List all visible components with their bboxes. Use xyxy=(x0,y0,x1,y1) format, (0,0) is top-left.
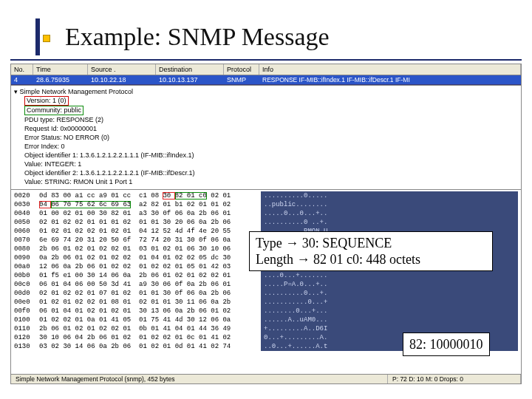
col-header-dest[interactable]: Destination xyxy=(156,64,224,75)
field-community: Community: public xyxy=(24,106,83,115)
hex-row[interactable]: 004001 00 02 01 00 30 82 01 a3 30 0f 06 … xyxy=(14,209,518,218)
arrow-icon: → xyxy=(297,252,310,267)
title-underline xyxy=(10,59,522,61)
hex-row[interactable]: 00d002 01 02 02 01 07 01 02 01 01 30 0f … xyxy=(14,289,518,298)
hex-bytes: 01 02 01 02 02 01 08 01 02 01 01 30 11 0… xyxy=(39,298,261,307)
hex-bytes: 03 02 30 14 06 0a 2b 06 01 02 01 0d 01 4… xyxy=(39,342,261,351)
hex-offset: 0070 xyxy=(14,236,39,245)
hex-row[interactable]: 00200d 83 00 a1 cc a9 01 cc c1 08 30 82 … xyxy=(14,191,518,200)
hex-offset: 00a0 xyxy=(14,262,39,271)
decode-tree-pane: ▾ Simple Network Management Protocol Ver… xyxy=(11,85,521,190)
packet-proto: SNMP xyxy=(224,75,259,84)
hex-ascii: ..........0..... xyxy=(261,191,518,200)
column-headers: No. Time Source . Destination Protocol I… xyxy=(11,64,521,75)
hex-offset: 0080 xyxy=(14,245,39,253)
hex-ascii: ..public........ xyxy=(261,200,518,209)
hex-offset: 0100 xyxy=(14,316,39,324)
col-header-source[interactable]: Source . xyxy=(88,64,156,75)
annotation-binary: 82: 10000010 xyxy=(403,332,490,356)
hex-offset: 00e0 xyxy=(14,298,39,307)
annot-length-value: 82 01 c0: 448 octets xyxy=(313,252,420,267)
hex-bytes: 01 02 01 02 02 01 02 01 04 12 52 4d 4f 4… xyxy=(39,227,261,236)
field-oid-1: Object identifier 1: 1.3.6.1.2.1.2.2.1.1… xyxy=(14,151,518,160)
col-header-info[interactable]: Info xyxy=(259,64,521,75)
hex-offset: 00b0 xyxy=(14,271,39,280)
hex-offset: 0030 xyxy=(14,200,39,209)
annot-length-label: Length xyxy=(256,252,293,267)
status-bar: Simple Network Management Protocol (snmp… xyxy=(11,374,521,383)
col-header-no[interactable]: No. xyxy=(11,64,33,75)
hex-bytes: 6e 69 74 20 31 20 50 6f 72 74 20 31 30 0… xyxy=(39,236,261,245)
field-request-id: Request Id: 0x00000001 xyxy=(14,124,518,133)
annotation-tlv: Type → 30: SEQUENCE Length → 82 01 c0: 4… xyxy=(249,231,493,271)
hex-offset: 0120 xyxy=(14,333,39,342)
annot-binary-label: 82: 10000010 xyxy=(409,337,483,352)
annot-type-value: 30: SEQUENCE xyxy=(302,236,392,250)
hex-bytes: 04 06 70 75 62 6c 69 63 a2 82 01 b1 02 0… xyxy=(39,200,261,209)
hex-offset: 00d0 xyxy=(14,289,39,298)
hex-offset: 00f0 xyxy=(14,307,39,316)
hex-row[interactable]: 00f006 01 04 01 02 01 02 01 30 13 06 0a … xyxy=(14,307,518,316)
hex-row[interactable]: 00c006 01 04 06 00 50 3d 41 a9 30 06 0f … xyxy=(14,280,518,289)
field-error-index: Error Index: 0 xyxy=(14,142,518,151)
packet-source: 10.10.22.18 xyxy=(88,75,156,84)
packet-analyzer-window: No. Time Source . Destination Protocol I… xyxy=(10,64,522,384)
title-ornament xyxy=(35,18,53,55)
hex-bytes: 01 00 02 01 00 30 82 01 a3 30 0f 06 0a 2… xyxy=(39,209,261,218)
hex-ascii: ...........0...+ xyxy=(261,298,518,307)
annot-type-label: Type xyxy=(256,236,282,250)
tree-root-label: Simple Network Management Protocol xyxy=(20,88,134,95)
field-pdu-type: PDU type: RESPONSE (2) xyxy=(14,115,518,124)
hex-ascii: ......A..uAM0... xyxy=(261,316,518,324)
hex-bytes: 0d 83 00 a1 cc a9 01 cc c1 08 30 82 01 c… xyxy=(39,191,261,200)
slide-title: Example: SNMP Message xyxy=(65,23,330,51)
hex-bytes: 01 f5 e1 00 30 14 06 0a 2b 06 01 02 01 0… xyxy=(39,271,261,280)
hex-bytes: 2b 06 01 02 01 02 02 01 0b 01 41 04 01 4… xyxy=(39,324,261,333)
hex-bytes: 30 10 06 04 2b 06 01 02 01 02 02 01 0c 0… xyxy=(39,333,261,342)
status-right: P: 72 D: 10 M: 0 Drops: 0 xyxy=(388,375,521,383)
hex-offset: 0050 xyxy=(14,218,39,227)
packet-no: 4 xyxy=(11,75,33,84)
hex-dump-pane: 00200d 83 00 a1 cc a9 01 cc c1 08 30 82 … xyxy=(11,190,521,374)
hex-bytes: 2b 06 01 02 01 02 02 01 03 01 02 01 06 3… xyxy=(39,245,261,253)
hex-bytes: 02 01 02 02 01 07 01 02 01 01 30 0f 06 0… xyxy=(39,289,261,298)
hex-ascii: ..........0...+. xyxy=(261,289,518,298)
hex-offset: 0040 xyxy=(14,209,39,218)
packet-info: RESPONSE IF-MIB::ifIndex.1 IF-MIB::ifDes… xyxy=(259,75,521,84)
packet-row-selected[interactable]: 4 28.6.75935 10.10.22.18 10.10.13.137 SN… xyxy=(11,75,521,85)
arrow-icon: → xyxy=(285,236,299,250)
hex-row[interactable]: 00e001 02 01 02 02 01 08 01 02 01 01 30 … xyxy=(14,298,518,307)
hex-bytes: 0a 2b 06 01 02 01 02 02 01 04 01 02 02 0… xyxy=(39,253,261,262)
field-oid-2: Object identifier 2: 1.3.6.1.2.1.2.2.1.2… xyxy=(14,168,518,177)
hex-ascii: .....P=A.0...+.. xyxy=(261,280,518,289)
hex-row[interactable]: 00b001 f5 e1 00 30 14 06 0a 2b 06 01 02 … xyxy=(14,271,518,280)
hex-offset: 0130 xyxy=(14,342,39,351)
hex-offset: 0110 xyxy=(14,324,39,333)
hex-bytes: 12 06 0a 2b 06 01 02 02 01 02 02 01 05 0… xyxy=(39,262,261,271)
hex-bytes: 02 01 02 02 01 01 01 02 01 01 30 20 06 0… xyxy=(39,218,261,227)
hex-offset: 0020 xyxy=(14,191,39,200)
hex-bytes: 01 02 02 01 0a 01 41 05 01 75 41 4d 30 1… xyxy=(39,316,261,324)
field-version: Version: 1 (0) xyxy=(24,96,69,106)
hex-offset: 00c0 xyxy=(14,280,39,289)
field-value-1: Value: INTEGER: 1 xyxy=(14,160,518,168)
hex-ascii: ........0...+... xyxy=(261,307,518,316)
packet-time: 28.6.75935 xyxy=(33,75,88,84)
hex-bytes: 06 01 04 06 00 50 3d 41 a9 30 06 0f 0a 2… xyxy=(39,280,261,289)
hex-bytes: 06 01 04 01 02 01 02 01 30 13 06 0a 2b 0… xyxy=(39,307,261,316)
hex-offset: 0060 xyxy=(14,227,39,236)
hex-ascii: ..........0 ..+. xyxy=(261,218,518,227)
packet-dest: 10.10.13.137 xyxy=(156,75,224,84)
field-value-2: Value: STRING: RMON Unit 1 Port 1 xyxy=(14,177,518,186)
field-error-status: Error Status: NO ERROR (0) xyxy=(14,133,518,142)
col-header-time[interactable]: Time xyxy=(33,64,88,75)
tree-root[interactable]: ▾ Simple Network Management Protocol xyxy=(14,87,518,96)
col-header-proto[interactable]: Protocol xyxy=(224,64,259,75)
status-left: Simple Network Management Protocol (snmp… xyxy=(11,375,388,383)
hex-row[interactable]: 005002 01 02 02 01 01 01 02 01 01 30 20 … xyxy=(14,218,518,227)
hex-row[interactable]: 010001 02 02 01 0a 01 41 05 01 75 41 4d … xyxy=(14,316,518,324)
hex-ascii: ....0...+....... xyxy=(261,271,518,280)
hex-row[interactable]: 003004 06 70 75 62 6c 69 63 a2 82 01 b1 … xyxy=(14,200,518,209)
hex-offset: 0090 xyxy=(14,253,39,262)
hex-ascii: .....0...0...+.. xyxy=(261,209,518,218)
